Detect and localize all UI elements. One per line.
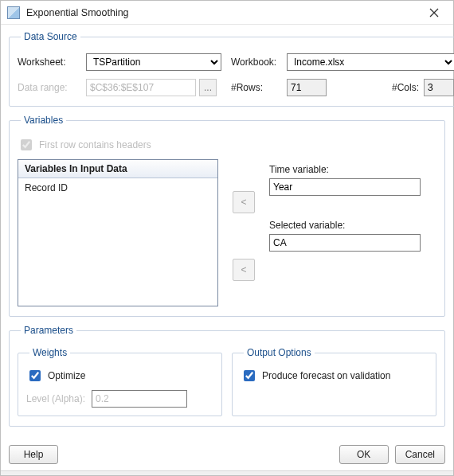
move-buttons-column: < < [233, 159, 255, 306]
worksheet-select[interactable]: TSPartition [86, 53, 221, 71]
data-range-label: Data range: [18, 82, 81, 93]
weights-legend: Weights [29, 347, 70, 358]
rows-value [287, 79, 327, 96]
window-title: Exponential Smoothing [26, 7, 420, 18]
produce-forecast-label: Produce forecast on validation [262, 370, 390, 381]
input-variables-list[interactable]: Variables In Input Data Record ID [18, 159, 218, 306]
data-source-legend: Data Source [21, 31, 80, 42]
parameters-group: Parameters Weights Optimize Level (Alpha… [9, 325, 445, 427]
list-item[interactable]: Record ID [25, 181, 211, 194]
rows-label: #Rows: [226, 82, 282, 93]
move-to-selected-button[interactable]: < [233, 259, 255, 281]
move-to-time-button[interactable]: < [233, 191, 255, 213]
dialog-window: Exponential Smoothing Data Source Worksh… [0, 0, 454, 476]
ellipsis-icon: ... [204, 82, 212, 93]
cancel-button[interactable]: Cancel [395, 445, 445, 464]
time-variable-input[interactable] [269, 178, 421, 196]
ok-button-label: OK [357, 449, 370, 460]
close-button[interactable] [420, 1, 448, 24]
produce-forecast-row[interactable]: Produce forecast on validation [241, 368, 428, 384]
cols-value [424, 79, 454, 96]
level-alpha-input [92, 390, 187, 408]
optimize-label: Optimize [48, 370, 85, 381]
output-fields-column: Time variable: Selected variable: [269, 159, 436, 306]
parameters-legend: Parameters [21, 325, 76, 336]
chevron-left-icon: < [241, 197, 246, 208]
workbook-select[interactable]: Income.xlsx [287, 53, 454, 71]
titlebar: Exponential Smoothing [1, 1, 453, 25]
app-icon [7, 6, 20, 19]
help-button[interactable]: Help [9, 445, 58, 464]
weights-group: Weights Optimize Level (Alpha): [18, 347, 222, 416]
first-row-headers-row: First row contains headers [18, 137, 436, 153]
workbook-label: Workbook: [226, 57, 282, 68]
selected-variable-input[interactable] [269, 234, 421, 252]
selected-variable-label: Selected variable: [269, 220, 436, 231]
variables-group: Variables First row contains headers Var… [9, 115, 445, 317]
ok-button[interactable]: OK [339, 445, 389, 464]
footer-strip [1, 470, 453, 475]
data-range-browse-button: ... [199, 79, 217, 96]
first-row-headers-checkbox [21, 139, 32, 150]
cols-label: #Cols: [379, 82, 419, 93]
cancel-button-label: Cancel [405, 449, 435, 460]
first-row-headers-label: First row contains headers [39, 139, 151, 150]
help-button-label: Help [24, 449, 44, 460]
input-variables-body[interactable]: Record ID [18, 178, 217, 306]
level-alpha-label: Level (Alpha): [26, 393, 85, 404]
input-variables-header: Variables In Input Data [18, 160, 217, 178]
optimize-row[interactable]: Optimize [26, 368, 213, 384]
worksheet-label: Worksheet: [18, 57, 81, 68]
button-bar: Help OK Cancel [1, 442, 453, 470]
client-area: Data Source Worksheet: TSPartition Workb… [1, 25, 453, 442]
variables-legend: Variables [21, 115, 66, 126]
data-range-input [86, 79, 196, 96]
data-source-group: Data Source Worksheet: TSPartition Workb… [9, 31, 454, 107]
output-options-group: Output Options Produce forecast on valid… [232, 347, 436, 416]
produce-forecast-checkbox[interactable] [244, 370, 255, 381]
output-options-legend: Output Options [244, 347, 315, 358]
close-icon [429, 8, 439, 18]
time-variable-label: Time variable: [269, 164, 436, 175]
chevron-left-icon: < [241, 264, 246, 275]
optimize-checkbox[interactable] [29, 370, 41, 381]
